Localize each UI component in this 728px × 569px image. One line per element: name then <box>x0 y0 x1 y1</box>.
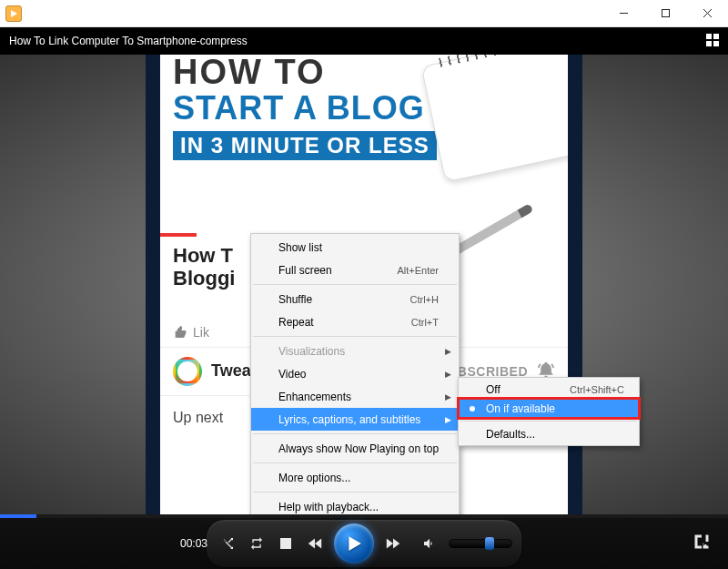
video-area[interactable]: HOW TO START A BLOG IN 3 MINUTE OR LESS … <box>0 55 728 514</box>
submenu-off[interactable]: OffCtrl+Shift+C <box>459 380 639 399</box>
close-button[interactable] <box>686 0 728 27</box>
playback-controls: 00:03 <box>0 518 728 569</box>
svg-marker-12 <box>315 539 321 549</box>
svg-rect-5 <box>706 34 712 39</box>
svg-marker-13 <box>308 539 315 549</box>
svg-marker-0 <box>11 10 17 17</box>
play-button[interactable] <box>334 523 374 564</box>
titlebar <box>0 0 728 27</box>
menu-always-on-top[interactable]: Always show Now Playing on top <box>251 437 459 460</box>
subtitles-submenu: OffCtrl+Shift+C On if available Defaults… <box>458 377 640 446</box>
notepad-graphic <box>421 55 582 182</box>
submenu-arrow-icon: ▶ <box>445 392 451 401</box>
minimize-button[interactable] <box>602 0 644 27</box>
menu-help-playback[interactable]: Help with playback... <box>251 495 459 514</box>
svg-rect-7 <box>706 41 712 46</box>
submenu-arrow-icon: ▶ <box>445 347 451 356</box>
svg-rect-11 <box>280 538 291 549</box>
menu-separator <box>253 336 457 337</box>
submenu-defaults[interactable]: Defaults... <box>459 424 639 443</box>
svg-marker-16 <box>393 539 399 549</box>
svg-marker-14 <box>349 536 361 551</box>
volume-slider[interactable] <box>449 539 512 548</box>
svg-rect-8 <box>713 41 719 46</box>
menu-separator <box>253 492 457 493</box>
next-button[interactable] <box>381 532 405 555</box>
menu-shuffle[interactable]: ShuffleCtrl+H <box>251 288 459 310</box>
control-cluster <box>207 520 521 567</box>
menu-more-options[interactable]: More options... <box>251 466 459 489</box>
shuffle-button[interactable] <box>216 532 239 555</box>
repeat-button[interactable] <box>245 532 268 555</box>
channel-avatar <box>173 357 202 386</box>
menu-enhancements[interactable]: Enhancements▶ <box>251 385 459 408</box>
menu-full-screen[interactable]: Full screenAlt+Enter <box>251 259 459 281</box>
wmp-app-icon <box>5 5 22 22</box>
menu-separator <box>253 433 457 434</box>
menu-visualizations: Visualizations▶ <box>251 340 459 362</box>
upnext-label: Up next <box>173 410 223 426</box>
mute-button[interactable] <box>418 532 441 555</box>
video-thumbnail: HOW TO START A BLOG IN 3 MINUTE OR LESS <box>160 55 568 237</box>
menu-repeat[interactable]: RepeatCtrl+T <box>251 310 459 333</box>
volume-thumb[interactable] <box>485 537 494 550</box>
submenu-arrow-icon: ▶ <box>445 370 451 379</box>
menu-lyrics-captions-subtitles[interactable]: Lyrics, captions, and subtitles▶ <box>251 408 459 431</box>
switch-to-library-icon[interactable] <box>706 34 719 49</box>
menu-show-list[interactable]: Show list <box>251 236 459 259</box>
context-menu: Show list Full screenAlt+Enter ShuffleCt… <box>250 233 460 514</box>
video-title: How To Link Computer To Smartphone-compr… <box>9 35 248 47</box>
video-header: How To Link Computer To Smartphone-compr… <box>0 27 728 55</box>
previous-button[interactable] <box>303 532 327 555</box>
svg-marker-15 <box>387 539 393 549</box>
menu-separator <box>460 421 637 422</box>
maximize-button[interactable] <box>644 0 686 27</box>
menu-separator <box>253 284 457 285</box>
svg-rect-2 <box>662 10 669 17</box>
submenu-on-if-available[interactable]: On if available <box>459 399 639 418</box>
svg-rect-6 <box>713 34 719 39</box>
time-elapsed: 00:03 <box>180 537 207 550</box>
thumb-text-minbox: IN 3 MINUTE OR LESS <box>173 131 437 160</box>
submenu-arrow-icon: ▶ <box>445 415 451 424</box>
video-progress-indicator <box>160 233 197 237</box>
menu-video[interactable]: Video▶ <box>251 362 459 385</box>
menu-separator <box>253 462 457 463</box>
fullscreen-button[interactable] <box>693 533 713 554</box>
like-label: Lik <box>193 325 209 340</box>
stop-button[interactable] <box>274 532 298 555</box>
radio-bullet-icon <box>470 406 475 412</box>
